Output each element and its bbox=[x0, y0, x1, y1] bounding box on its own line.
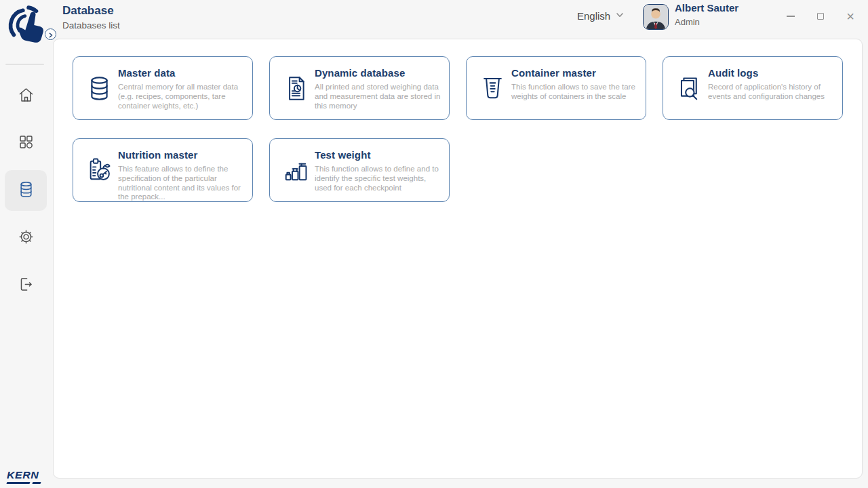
logout-icon bbox=[17, 275, 35, 296]
card-title: Nutrition master bbox=[118, 149, 244, 161]
card-dynamic-database[interactable]: Dynamic database All printed and stored … bbox=[269, 56, 450, 120]
close-icon: × bbox=[846, 9, 854, 23]
kern-logo-text: KERN bbox=[7, 469, 45, 481]
card-description: Central memory for all master data (e.g.… bbox=[118, 83, 244, 110]
minimize-button[interactable] bbox=[784, 7, 797, 26]
user-photo bbox=[644, 5, 668, 29]
page-subtitle: Databases list bbox=[62, 20, 120, 30]
card-title: Audit logs bbox=[708, 67, 834, 79]
maximize-button[interactable] bbox=[814, 7, 827, 26]
card-description: This feature allows to define the specif… bbox=[118, 165, 244, 202]
test-weights-icon bbox=[281, 139, 311, 201]
sidebar-expand-button[interactable] bbox=[45, 28, 56, 40]
chevron-right-icon bbox=[48, 28, 54, 41]
language-selector[interactable]: English bbox=[577, 9, 624, 22]
sidebar-item-database[interactable] bbox=[5, 170, 47, 211]
card-title: Master data bbox=[118, 67, 244, 79]
close-button[interactable]: × bbox=[844, 7, 857, 26]
card-title: Dynamic database bbox=[315, 67, 441, 79]
card-audit-logs[interactable]: Audit logs Record of application's histo… bbox=[663, 56, 843, 120]
kern-logo: KERN bbox=[7, 469, 45, 484]
user-role: Admin bbox=[675, 17, 738, 27]
maximize-icon bbox=[817, 13, 824, 20]
page-header: Database Databases list bbox=[62, 4, 120, 30]
gear-icon bbox=[17, 228, 35, 249]
card-container-master[interactable]: Container master This function allows to… bbox=[466, 56, 646, 120]
card-description: This function allows to save the tare we… bbox=[511, 83, 637, 102]
sidebar-item-logout[interactable] bbox=[5, 265, 47, 306]
card-title: Container master bbox=[511, 67, 637, 79]
sidebar-item-home[interactable] bbox=[5, 76, 47, 117]
beaker-icon bbox=[477, 57, 507, 119]
avatar[interactable] bbox=[643, 4, 669, 30]
document-search-icon bbox=[674, 57, 704, 119]
user-info[interactable]: Albert Sauter Admin bbox=[675, 2, 738, 27]
user-name: Albert Sauter bbox=[675, 2, 738, 14]
sidebar-item-apps[interactable] bbox=[5, 123, 47, 163]
sidebar-divider bbox=[5, 64, 44, 65]
home-icon bbox=[17, 86, 35, 107]
card-description: This function allows to define and to id… bbox=[315, 165, 441, 192]
card-description: All printed and stored weighing data and… bbox=[315, 83, 441, 110]
database-icon bbox=[84, 57, 114, 119]
document-chart-icon bbox=[281, 57, 311, 119]
card-test-weight[interactable]: Test weight This function allows to defi… bbox=[269, 138, 450, 202]
touch-hand-logo bbox=[5, 4, 47, 49]
database-icon bbox=[17, 180, 35, 201]
card-master-data[interactable]: Master data Central memory for all maste… bbox=[73, 56, 253, 120]
card-title: Test weight bbox=[315, 149, 441, 161]
minimize-icon bbox=[787, 16, 795, 17]
card-nutrition-master[interactable]: Nutrition master This feature allows to … bbox=[73, 138, 253, 202]
apps-grid-icon bbox=[17, 133, 35, 154]
database-cards-grid: Master data Central memory for all maste… bbox=[54, 39, 862, 219]
clipboard-apple-icon bbox=[84, 139, 114, 201]
sidebar-item-settings[interactable] bbox=[5, 218, 47, 258]
language-selected-label: English bbox=[577, 10, 610, 22]
chevron-down-icon bbox=[616, 9, 624, 22]
kern-logo-underline bbox=[7, 482, 45, 484]
main-content-panel: Master data Central memory for all maste… bbox=[53, 39, 863, 479]
card-description: Record of application's history of event… bbox=[708, 83, 834, 102]
page-title: Database bbox=[62, 4, 120, 18]
sidebar: KERN bbox=[0, 0, 52, 488]
window-controls: × bbox=[784, 7, 857, 26]
